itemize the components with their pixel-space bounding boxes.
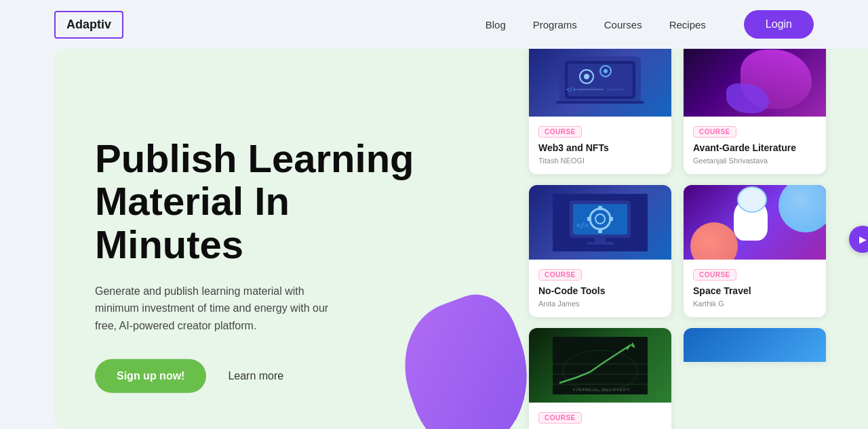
hero-section: Publish Learning Material In Minutes Gen…: [54, 49, 868, 429]
card-avant-garde-body: Course Avant-Garde Literature Geetanjali…: [684, 117, 826, 174]
nav-courses[interactable]: Courses: [604, 19, 642, 30]
svg-rect-10: [556, 101, 644, 104]
hero-description: Generate and publish learning material w…: [95, 283, 339, 335]
card-web3-nfts[interactable]: </> Course Web3 and NFTs Titash NEOGI: [529, 49, 671, 174]
svg-rect-21: [595, 238, 606, 242]
svg-text:</>: </>: [566, 87, 576, 93]
cards-column-left: </> Course Web3 and NFTs Titash NEOGI: [529, 49, 671, 429]
svg-point-4: [584, 74, 589, 79]
svg-rect-22: [587, 242, 614, 245]
svg-rect-18: [587, 217, 591, 221]
card-web3-nfts-tag: Course: [538, 126, 582, 138]
navbar: Adaptiv Blog Programs Courses Recipes Lo…: [0, 0, 868, 49]
card-space-travel-title: Space Travel: [693, 285, 816, 297]
card-no-code-title: No-Code Tools: [538, 285, 662, 297]
svg-rect-16: [598, 206, 602, 210]
svg-point-6: [604, 69, 608, 73]
card-avant-garde[interactable]: Course Avant-Garde Literature Geetanjali…: [684, 49, 826, 174]
learn-more-link[interactable]: Learn more: [228, 369, 283, 382]
hero-title: Publish Learning Material In Minutes: [95, 136, 434, 266]
planet-blue: [778, 185, 826, 232]
card-web3-nfts-title: Web3 and NFTs: [538, 142, 662, 154]
card-no-code[interactable]: </> Course No-Code Tools Anita James: [529, 185, 671, 317]
svg-rect-9: [607, 89, 624, 90]
nav-programs[interactable]: Programs: [533, 19, 577, 30]
card-no-code-author: Anita James: [538, 300, 662, 308]
card-space-travel-image: [684, 185, 826, 260]
cards-area: </> Course Web3 and NFTs Titash NEOGI: [515, 49, 868, 429]
card-avant-garde-author: Geetanjali Shrivastava: [693, 157, 816, 165]
card-no-code-body: Course No-Code Tools Anita James: [529, 260, 671, 317]
nav-links: Blog Programs Courses Recipes Login: [486, 10, 814, 39]
card-financial-tag: Course: [538, 412, 582, 424]
card-avant-garde-tag: Course: [693, 126, 736, 138]
signup-button[interactable]: Sign up now!: [95, 359, 206, 392]
nav-recipes[interactable]: Recipes: [669, 19, 706, 30]
next-arrow-button[interactable]: [849, 226, 868, 253]
nocode-illustration: </>: [553, 194, 648, 251]
card-space-travel-tag: Course: [693, 269, 736, 281]
card-space-travel-author: Karthik G: [693, 300, 816, 308]
logo-text: Adaptiv: [66, 18, 111, 31]
svg-rect-19: [609, 217, 613, 221]
svg-rect-17: [598, 229, 602, 233]
svg-text:</>: </>: [576, 222, 589, 229]
hero-content: Publish Learning Material In Minutes Gen…: [95, 136, 434, 392]
card-financial-image: FINANCIAL RECOVERY: [529, 328, 671, 403]
svg-text:FINANCIAL RECOVERY: FINANCIAL RECOVERY: [573, 388, 630, 392]
logo[interactable]: Adaptiv: [54, 11, 123, 39]
finance-illustration: FINANCIAL RECOVERY: [553, 337, 648, 394]
card-financial[interactable]: FINANCIAL RECOVERY Course Financial Reco…: [529, 328, 671, 429]
card-web3-nfts-body: Course Web3 and NFTs Titash NEOGI: [529, 117, 671, 174]
nav-blog[interactable]: Blog: [486, 19, 506, 30]
vr-person-art: [684, 49, 826, 117]
card-financial-body: Course Financial Recovery: [529, 403, 671, 429]
card-avant-garde-image: [684, 49, 826, 117]
hero-actions: Sign up now! Learn more: [95, 359, 434, 392]
web3-illustration: </>: [553, 51, 648, 108]
card-no-code-image: </>: [529, 185, 671, 260]
space-art: [684, 185, 826, 260]
card-no-code-tag: Course: [538, 269, 582, 281]
chevron-right-icon: [859, 233, 867, 245]
cards-column-right: Course Avant-Garde Literature Geetanjali…: [684, 49, 826, 362]
card-web3-nfts-image: </>: [529, 49, 671, 117]
card-space-travel-body: Course Space Travel Karthik G: [684, 260, 826, 317]
svg-point-15: [595, 214, 605, 224]
planet-pink: [690, 222, 738, 260]
card-web3-nfts-author: Titash NEOGI: [538, 157, 662, 165]
card-space-travel[interactable]: Course Space Travel Karthik G: [684, 185, 826, 317]
svg-rect-8: [576, 89, 604, 90]
login-button[interactable]: Login: [744, 10, 814, 39]
card-partial-bottom[interactable]: [684, 328, 826, 362]
card-avant-garde-title: Avant-Garde Literature: [693, 142, 816, 154]
astronaut-figure: [734, 200, 768, 241]
